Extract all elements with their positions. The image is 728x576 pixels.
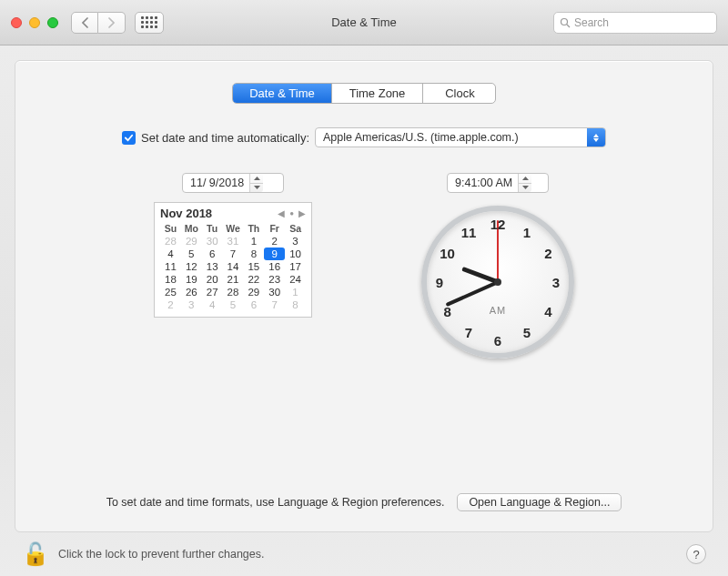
time-step-down[interactable] bbox=[519, 183, 531, 193]
clock-number: 7 bbox=[465, 325, 472, 340]
auto-time-row: Set date and time automatically: Apple A… bbox=[52, 127, 676, 147]
tab-selector: Date & Time Time Zone Clock bbox=[232, 83, 496, 104]
calendar-day[interactable]: 8 bbox=[243, 248, 264, 260]
clock-number: 5 bbox=[523, 325, 531, 340]
lock-row: 🔓 Click the lock to prevent further chan… bbox=[15, 532, 713, 567]
calendar-day[interactable]: 1 bbox=[285, 286, 306, 298]
calendar-day[interactable]: 7 bbox=[264, 298, 285, 311]
analog-clock: AM 121234567891011 bbox=[421, 206, 574, 359]
minimize-button[interactable] bbox=[29, 17, 40, 28]
calendar-day[interactable]: 27 bbox=[202, 286, 223, 298]
panel-footer: To set date and time formats, use Langua… bbox=[15, 493, 713, 511]
calendar-day[interactable]: 28 bbox=[160, 235, 181, 248]
calendar-day[interactable]: 7 bbox=[223, 248, 244, 260]
clock-number: 2 bbox=[544, 246, 551, 261]
clock-minute-hand bbox=[446, 280, 499, 307]
zoom-button[interactable] bbox=[47, 17, 58, 28]
calendar[interactable]: Nov 2018 ◀ ● ▶ SuMoTuWeThFrSa 2829303112… bbox=[154, 202, 312, 318]
search-placeholder: Search bbox=[574, 16, 609, 29]
clock-number: 3 bbox=[552, 275, 560, 290]
calendar-day[interactable]: 2 bbox=[264, 235, 285, 248]
show-all-button[interactable] bbox=[135, 12, 164, 34]
calendar-day[interactable]: 17 bbox=[285, 260, 306, 273]
calendar-day[interactable]: 30 bbox=[264, 286, 285, 298]
calendar-day[interactable]: 14 bbox=[223, 260, 244, 273]
dropdown-arrow-icon bbox=[587, 128, 605, 147]
date-field[interactable]: 11/ 9/2018 bbox=[182, 173, 284, 193]
calendar-day[interactable]: 3 bbox=[285, 235, 306, 248]
calendar-day[interactable]: 22 bbox=[243, 273, 264, 286]
calendar-day[interactable]: 4 bbox=[202, 298, 223, 311]
calendar-day[interactable]: 11 bbox=[160, 260, 181, 273]
window-title: Date & Time bbox=[331, 15, 397, 29]
clock-number: 4 bbox=[544, 304, 551, 319]
calendar-day[interactable]: 12 bbox=[181, 260, 202, 273]
calendar-day[interactable]: 28 bbox=[223, 286, 244, 298]
calendar-day[interactable]: 13 bbox=[202, 260, 223, 273]
help-button[interactable]: ? bbox=[686, 544, 706, 564]
forward-button[interactable] bbox=[98, 12, 126, 34]
back-button[interactable] bbox=[71, 12, 98, 34]
date-value: 11/ 9/2018 bbox=[190, 177, 249, 189]
calendar-day[interactable]: 16 bbox=[264, 260, 285, 273]
calendar-dow: We bbox=[223, 222, 244, 235]
calendar-today-icon[interactable]: ● bbox=[289, 209, 294, 217]
calendar-day[interactable]: 9 bbox=[264, 248, 285, 260]
date-step-up[interactable] bbox=[250, 174, 263, 183]
svg-line-1 bbox=[567, 25, 570, 27]
calendar-month-label: Nov 2018 bbox=[160, 207, 278, 220]
calendar-day[interactable]: 31 bbox=[223, 235, 244, 248]
tab-date-time[interactable]: Date & Time bbox=[233, 84, 331, 103]
date-time-columns: 11/ 9/2018 Nov 2018 ◀ ● ▶ bbox=[52, 173, 676, 359]
date-column: 11/ 9/2018 Nov 2018 ◀ ● ▶ bbox=[154, 173, 312, 359]
calendar-day[interactable]: 18 bbox=[160, 273, 181, 286]
tab-time-zone[interactable]: Time Zone bbox=[331, 84, 422, 103]
calendar-day[interactable]: 21 bbox=[223, 273, 244, 286]
calendar-day[interactable]: 29 bbox=[243, 286, 264, 298]
svg-point-0 bbox=[561, 18, 568, 25]
calendar-day[interactable]: 23 bbox=[264, 273, 285, 286]
date-stepper[interactable] bbox=[249, 174, 263, 192]
clock-number: 8 bbox=[443, 304, 450, 319]
calendar-day[interactable]: 1 bbox=[243, 235, 264, 248]
close-button[interactable] bbox=[11, 17, 22, 28]
lock-icon[interactable]: 🔓 bbox=[22, 541, 49, 567]
calendar-day[interactable]: 5 bbox=[181, 248, 202, 260]
time-server-value: Apple Americas/U.S. (time.apple.com.) bbox=[323, 131, 519, 144]
calendar-day[interactable]: 8 bbox=[285, 298, 306, 311]
calendar-day[interactable]: 19 bbox=[181, 273, 202, 286]
clock-number: 9 bbox=[436, 275, 443, 290]
calendar-dow: Su bbox=[160, 222, 181, 235]
search-field[interactable]: Search bbox=[553, 12, 717, 34]
time-stepper[interactable] bbox=[518, 174, 531, 192]
calendar-day[interactable]: 29 bbox=[181, 235, 202, 248]
calendar-day[interactable]: 6 bbox=[243, 298, 264, 311]
date-step-down[interactable] bbox=[250, 183, 263, 193]
calendar-dow: Fr bbox=[264, 222, 285, 235]
calendar-day[interactable]: 26 bbox=[181, 286, 202, 298]
auto-time-checkbox[interactable] bbox=[122, 131, 136, 145]
calendar-day[interactable]: 5 bbox=[223, 298, 244, 311]
calendar-prev-icon[interactable]: ◀ bbox=[278, 208, 285, 218]
calendar-day[interactable]: 24 bbox=[285, 273, 306, 286]
calendar-day[interactable]: 20 bbox=[202, 273, 223, 286]
calendar-next-icon[interactable]: ▶ bbox=[298, 208, 306, 218]
clock-number: 1 bbox=[523, 224, 531, 239]
calendar-day[interactable]: 2 bbox=[160, 298, 181, 311]
calendar-day[interactable]: 25 bbox=[160, 286, 181, 298]
time-server-select[interactable]: Apple Americas/U.S. (time.apple.com.) bbox=[315, 127, 606, 147]
time-field[interactable]: 9:41:00 AM bbox=[447, 173, 549, 193]
calendar-day[interactable]: 3 bbox=[181, 298, 202, 311]
search-icon bbox=[560, 17, 571, 28]
calendar-day[interactable]: 4 bbox=[160, 248, 181, 260]
calendar-dow: Mo bbox=[181, 222, 202, 235]
clock-number: 6 bbox=[494, 333, 501, 349]
tab-clock[interactable]: Clock bbox=[422, 84, 496, 103]
window-controls bbox=[11, 17, 58, 28]
calendar-day[interactable]: 6 bbox=[202, 248, 223, 260]
calendar-day[interactable]: 15 bbox=[243, 260, 264, 273]
open-language-region-button[interactable]: Open Language & Region... bbox=[457, 493, 622, 511]
calendar-day[interactable]: 30 bbox=[202, 235, 223, 248]
time-step-up[interactable] bbox=[519, 174, 531, 183]
calendar-day[interactable]: 10 bbox=[285, 248, 306, 260]
